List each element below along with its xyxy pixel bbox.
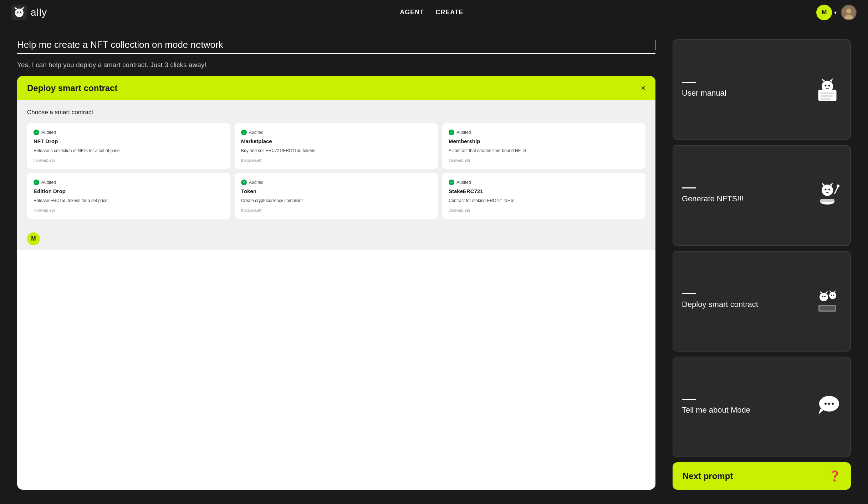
sidebar-card-illustration <box>813 180 842 211</box>
nav-create[interactable]: CREATE <box>435 9 464 16</box>
close-icon[interactable]: × <box>641 84 645 92</box>
avatar-image <box>842 6 855 19</box>
contract-author: thirdweb.eth <box>241 208 432 212</box>
cursor <box>655 40 655 50</box>
sidebar-card-content: User manual <box>682 82 726 98</box>
sidebar-card-content: Tell me about Mode <box>682 399 750 415</box>
nav-agent[interactable]: AGENT <box>400 9 424 16</box>
deploy-modal-footer: M <box>17 227 655 250</box>
audited-icon: ✓ <box>34 130 39 135</box>
sidebar-card-line <box>682 399 696 400</box>
svg-marker-15 <box>830 78 833 82</box>
svg-point-39 <box>833 294 834 296</box>
contract-desc: Release ERC155 tokens for a set price <box>34 198 224 204</box>
audited-badge: ✓ Audited <box>449 180 639 185</box>
audited-label: Audited <box>41 180 56 185</box>
contract-card[interactable]: ✓ Audited Membership A contract that cre… <box>442 123 645 169</box>
sidebar-card-deploy-smart-contract[interactable]: Deploy smart contract <box>673 251 851 352</box>
svg-rect-27 <box>820 199 834 202</box>
contract-desc: Contract for staking ERC721 NFTs <box>449 198 639 204</box>
prompt-input-area <box>17 39 655 54</box>
contract-card[interactable]: ✓ Audited Token Create cryptocurrency co… <box>235 173 438 219</box>
audited-badge: ✓ Audited <box>34 130 224 135</box>
sidebar-card-illustration <box>813 391 842 423</box>
svg-point-29 <box>837 185 839 187</box>
svg-point-35 <box>829 292 836 299</box>
svg-point-10 <box>846 9 851 14</box>
avatar[interactable] <box>841 5 857 20</box>
svg-marker-43 <box>818 409 824 414</box>
contracts-grid: ✓ Audited NFT Drop Release a collection … <box>27 123 645 219</box>
contract-card[interactable]: ✓ Audited NFT Drop Release a collection … <box>27 123 230 169</box>
contract-author: thirdweb.eth <box>449 208 639 212</box>
audited-badge: ✓ Audited <box>241 130 432 135</box>
next-prompt-button[interactable]: Next prompt ❓ <box>673 462 851 490</box>
audited-label: Audited <box>456 130 471 135</box>
contract-name: Marketplace <box>241 138 432 144</box>
sidebar-card-illustration <box>813 286 842 317</box>
svg-point-24 <box>825 189 827 191</box>
sidebar-card-title: Deploy smart contract <box>682 300 758 309</box>
svg-point-4 <box>17 11 19 13</box>
contract-card[interactable]: ✓ Audited Edition Drop Release ERC155 to… <box>27 173 230 219</box>
contract-card[interactable]: ✓ Audited StakeERC721 Contract for staki… <box>442 173 645 219</box>
svg-point-13 <box>822 81 833 92</box>
contract-name: Membership <box>449 138 639 144</box>
svg-point-46 <box>832 403 834 405</box>
svg-point-30 <box>820 293 828 301</box>
question-icon: ❓ <box>828 470 841 482</box>
contract-desc: Release a collection of NFTs for a set o… <box>34 148 224 154</box>
sidebar-card-line <box>682 293 696 294</box>
audited-label: Audited <box>249 130 264 135</box>
sidebar-card-title: User manual <box>682 89 726 98</box>
contract-name: Token <box>241 188 432 194</box>
logo-icon <box>11 5 27 20</box>
svg-point-16 <box>825 85 827 87</box>
nav: AGENT CREATE <box>400 9 464 16</box>
logo[interactable]: ally <box>11 5 47 20</box>
svg-rect-41 <box>820 306 835 311</box>
app-header: ally AGENT CREATE M ▾ <box>0 0 868 25</box>
sidebar-card-title: Tell me about Mode <box>682 405 750 415</box>
svg-marker-32 <box>826 291 828 293</box>
sidebar-card-content: Deploy smart contract <box>682 293 758 309</box>
sidebar-card-user-manual[interactable]: User manual <box>673 39 851 140</box>
sidebar-card-illustration <box>813 74 842 105</box>
audited-label: Audited <box>41 130 56 135</box>
contract-card[interactable]: ✓ Audited Marketplace Buy and sell ERC72… <box>235 123 438 169</box>
contract-author: thirdweb.eth <box>449 158 639 162</box>
sidebar-card-generate-nfts[interactable]: Generate NFTS!!! <box>673 145 851 246</box>
left-panel: Yes, I can help you deploy a smart contr… <box>17 39 655 490</box>
audited-icon: ✓ <box>34 180 39 185</box>
svg-point-1 <box>15 9 24 17</box>
user-m-badge: M <box>27 232 40 245</box>
deploy-modal-title: Deploy smart contract <box>27 83 117 93</box>
contract-author: thirdweb.eth <box>34 158 224 162</box>
chevron-down-icon: ▾ <box>834 10 837 15</box>
logo-text: ally <box>31 7 47 18</box>
contract-name: StakeERC721 <box>449 188 639 194</box>
contract-desc: A contract that creates time-bound NFTS <box>449 148 639 154</box>
audited-badge: ✓ Audited <box>34 180 224 185</box>
audited-icon: ✓ <box>449 180 454 185</box>
audited-icon: ✓ <box>449 130 454 135</box>
svg-point-5 <box>20 11 21 13</box>
sidebar-card-content: Generate NFTS!!! <box>682 187 744 203</box>
svg-rect-19 <box>820 95 833 97</box>
contract-desc: Buy and sell ERC721/ERC1155 tokens <box>241 148 432 154</box>
sidebar-card-tell-me-about-mode[interactable]: Tell me about Mode <box>673 357 851 457</box>
svg-point-25 <box>828 189 830 191</box>
prompt-input[interactable] <box>17 39 652 50</box>
contract-name: Edition Drop <box>34 188 224 194</box>
audited-label: Audited <box>249 180 264 185</box>
sidebar-card-line <box>682 82 696 83</box>
audited-badge: ✓ Audited <box>449 130 639 135</box>
svg-marker-31 <box>820 291 822 293</box>
svg-point-45 <box>828 403 830 405</box>
main-content: Yes, I can help you deploy a smart contr… <box>0 25 868 504</box>
svg-point-17 <box>828 85 830 87</box>
prompt-response: Yes, I can help you deploy a smart contr… <box>17 61 655 69</box>
svg-point-44 <box>824 403 827 405</box>
user-badge[interactable]: M <box>816 5 832 20</box>
svg-point-38 <box>831 294 832 296</box>
